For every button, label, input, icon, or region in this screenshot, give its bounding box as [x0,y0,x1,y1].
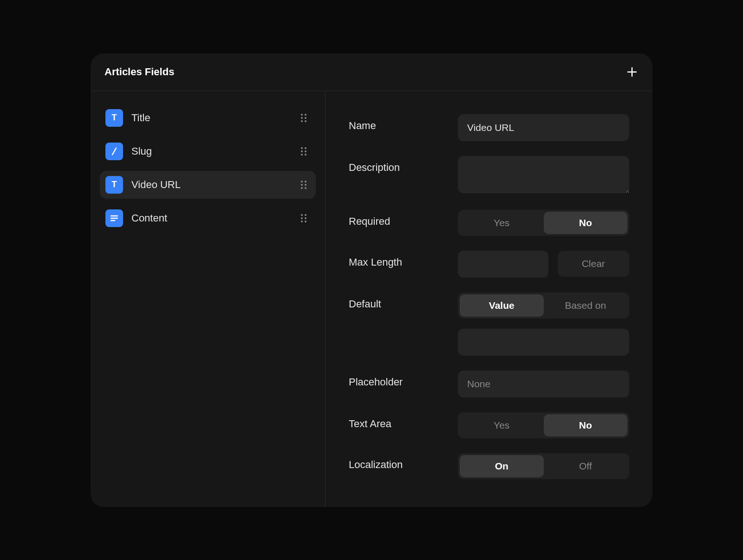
text-icon: T [105,176,123,194]
field-item-label: Title [131,112,299,124]
default-based-on[interactable]: Based on [544,294,628,317]
fields-sidebar: T Title Slug T Vi [91,91,326,507]
svg-point-12 [305,150,306,152]
label-default: Default [349,293,458,310]
placeholder-input[interactable] [458,371,629,397]
drag-handle-icon[interactable] [299,113,308,123]
field-item-content[interactable]: Content [100,204,316,232]
drag-handle-icon[interactable] [299,146,308,156]
drag-handle-icon[interactable] [299,180,308,190]
default-value[interactable]: Value [460,294,544,317]
text-area-no[interactable]: No [544,414,628,436]
field-list: T Title Slug T Vi [100,104,316,232]
default-value-input[interactable] [458,329,629,356]
text-icon: T [105,109,123,127]
svg-point-7 [305,120,306,122]
required-toggle: Yes No [458,210,629,236]
lines-icon [105,209,123,227]
required-no[interactable]: No [544,212,628,234]
svg-point-11 [301,150,303,152]
required-yes[interactable]: Yes [460,212,544,234]
row-max-length: Max Length Clear [349,251,629,278]
svg-point-25 [305,214,306,216]
panel-title: Articles Fields [104,66,174,78]
svg-point-2 [301,114,303,116]
svg-line-8 [112,148,116,155]
description-input[interactable] [458,156,629,193]
default-toggle: Value Based on [458,293,629,319]
field-item-slug[interactable]: Slug [100,137,316,165]
svg-point-9 [301,147,303,149]
label-placeholder: Placeholder [349,371,458,388]
label-name: Name [349,114,458,132]
svg-point-24 [301,214,303,216]
field-item-label: Content [131,212,299,224]
svg-point-3 [305,114,306,116]
svg-point-29 [305,221,306,222]
row-default: Default Value Based on [349,293,629,356]
svg-point-19 [301,187,303,189]
localization-on[interactable]: On [460,455,544,477]
svg-point-26 [301,217,303,219]
localization-toggle: On Off [458,453,629,479]
field-item-label: Video URL [131,179,299,191]
row-placeholder: Placeholder [349,371,629,397]
localization-off[interactable]: Off [544,455,628,477]
max-length-input[interactable] [458,251,548,278]
svg-point-6 [301,120,303,122]
svg-point-5 [305,117,306,119]
field-item-title[interactable]: T Title [100,104,316,132]
row-text-area: Text Area Yes No [349,412,629,438]
svg-point-27 [305,217,306,219]
plus-icon [627,67,637,77]
label-description: Description [349,156,458,174]
svg-point-10 [305,147,306,149]
label-required: Required [349,210,458,228]
field-item-label: Slug [131,145,299,157]
label-max-length: Max Length [349,251,458,268]
svg-point-13 [301,154,303,156]
label-localization: Localization [349,453,458,471]
svg-point-4 [301,117,303,119]
panel-header: Articles Fields [91,53,652,91]
drag-handle-icon[interactable] [299,213,308,223]
row-required: Required Yes No [349,210,629,236]
text-area-yes[interactable]: Yes [460,414,544,436]
row-localization: Localization On Off [349,453,629,479]
fields-panel: Articles Fields T Title Slug [91,53,652,507]
svg-point-17 [301,184,303,186]
svg-point-16 [305,181,306,182]
name-input[interactable] [458,114,629,141]
svg-point-14 [305,154,306,156]
svg-point-28 [301,221,303,222]
label-text-area: Text Area [349,412,458,430]
row-description: Description [349,156,629,195]
clear-button[interactable]: Clear [558,251,630,277]
text-area-toggle: Yes No [458,412,629,438]
svg-point-20 [305,187,306,189]
svg-point-18 [305,184,306,186]
field-settings: Name Description Required Yes No [326,91,652,507]
slash-icon [105,143,123,160]
row-name: Name [349,114,629,141]
field-item-video-url[interactable]: T Video URL [100,171,316,199]
svg-point-15 [301,181,303,182]
panel-body: T Title Slug T Vi [91,91,652,507]
add-field-button[interactable] [626,65,639,78]
